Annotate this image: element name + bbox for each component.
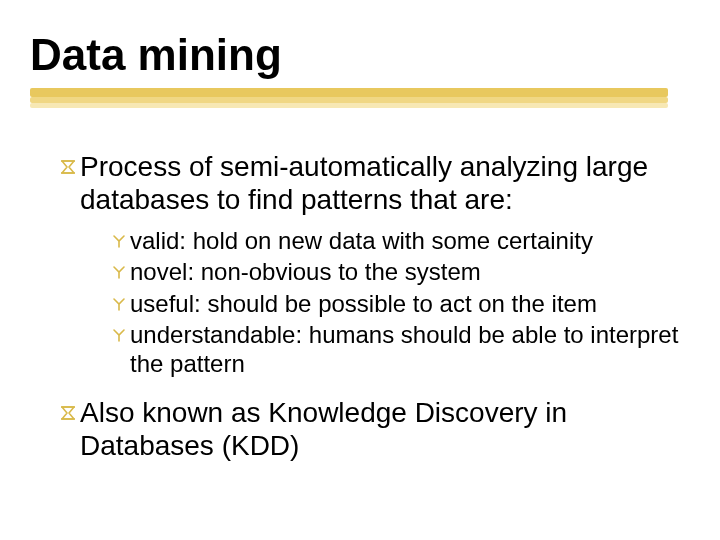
list-item-text: understandable: humans should be able to… — [130, 320, 680, 379]
list-item-text: useful: should be possible to act on the… — [130, 289, 680, 318]
list-item: Process of semi-automatically analyzing … — [60, 150, 680, 216]
list-item: useful: should be possible to act on the… — [112, 289, 680, 318]
sub-list: valid: hold on new data with some certai… — [112, 226, 680, 378]
slide-title: Data mining — [30, 30, 282, 80]
slide-body: Process of semi-automatically analyzing … — [60, 150, 680, 472]
list-item-text: novel: non-obvious to the system — [130, 257, 680, 286]
slide: Data mining Process of semi-automaticall… — [0, 0, 720, 540]
y-bullet-icon — [112, 265, 126, 279]
y-bullet-icon — [112, 328, 126, 342]
y-bullet-icon — [112, 234, 126, 248]
list-item: Also known as Knowledge Discovery in Dat… — [60, 396, 680, 462]
z-bullet-icon — [60, 159, 76, 175]
list-item: valid: hold on new data with some certai… — [112, 226, 680, 255]
list-item-text: Also known as Knowledge Discovery in Dat… — [80, 396, 680, 462]
list-item-text: valid: hold on new data with some certai… — [130, 226, 680, 255]
y-bullet-icon — [112, 297, 126, 311]
list-item: novel: non-obvious to the system — [112, 257, 680, 286]
list-item: understandable: humans should be able to… — [112, 320, 680, 379]
list-item-text: Process of semi-automatically analyzing … — [80, 150, 680, 216]
title-underline — [30, 88, 668, 110]
z-bullet-icon — [60, 405, 76, 421]
